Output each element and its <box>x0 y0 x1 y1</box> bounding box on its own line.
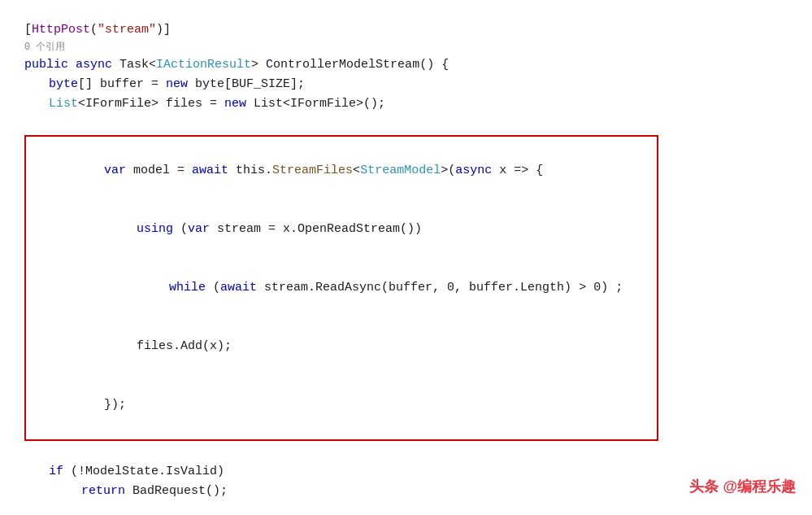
code-line-empty1 <box>16 114 796 133</box>
bracket: [ <box>24 20 32 40</box>
paren: ( <box>90 20 98 40</box>
watermark-text: 头条 @编程乐趣 <box>689 478 796 495</box>
code-line-1: [HttpPost("stream")] <box>16 20 796 40</box>
code-line-4: List<IFormFile> files = new List<IFormFi… <box>16 94 796 114</box>
hl-line-5: }); <box>36 376 647 434</box>
code-line-empty3 <box>16 501 796 515</box>
code-line-if: if (!ModelState.IsValid) <box>16 462 796 482</box>
code-line-ref: 0 个引用 <box>16 40 796 55</box>
attribute: HttpPost <box>32 20 90 40</box>
code-line-empty2 <box>16 443 796 462</box>
watermark: 头条 @编程乐趣 <box>689 475 796 499</box>
highlighted-block: var model = await this.StreamFiles<Strea… <box>24 135 658 441</box>
string: "stream" <box>98 20 156 40</box>
hl-line-3: while (await stream.ReadAsync(buffer, 0,… <box>36 259 647 317</box>
code-container: [HttpPost("stream")] 0 个引用 public async … <box>0 0 812 515</box>
hl-line-2: using (var stream = x.OpenReadStream()) <box>36 200 647 259</box>
hl-line-1: var model = await this.StreamFiles<Strea… <box>36 142 647 200</box>
hl-line-4: files.Add(x); <box>36 317 647 376</box>
code-line-2: public async Task<IActionResult> Control… <box>16 55 796 75</box>
code-line-return-bad: return BadRequest(); <box>16 482 796 501</box>
bracket-close: )] <box>156 20 171 40</box>
ref-text: 0 个引用 <box>24 40 65 55</box>
code-line-3: byte[] buffer = new byte[BUF_SIZE]; <box>16 75 796 94</box>
